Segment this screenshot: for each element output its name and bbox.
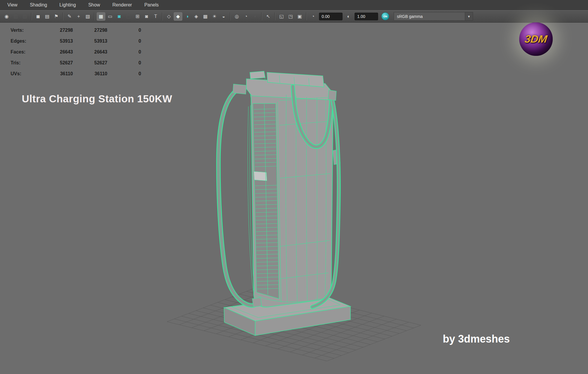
occlusion-icon[interactable]: ◎ [233, 12, 241, 21]
hud-value: 53913 [73, 39, 107, 44]
hud-value: 52627 [73, 60, 107, 66]
toolbar-separator [230, 12, 230, 20]
toolbar-separator [306, 12, 307, 20]
exposure-input[interactable] [319, 13, 343, 20]
motion-blur-icon[interactable]: ◔ [242, 12, 250, 21]
checker-display-icon[interactable]: ▩ [201, 12, 210, 21]
shaded-cube-icon[interactable]: ◆ [174, 12, 182, 21]
safe-action-icon[interactable]: ◙ [142, 12, 151, 21]
3dm-logo: 3DM [519, 22, 553, 56]
menu-view[interactable]: View [7, 2, 17, 8]
toolbar-separator [275, 12, 275, 20]
field-chart-icon[interactable]: ⊞ [133, 12, 142, 21]
hud-row: Tris:52627526270 [11, 57, 141, 68]
toolbar-separator [94, 12, 95, 20]
hud-value: 0 [107, 28, 141, 33]
menu-lighting[interactable]: Lighting [59, 2, 76, 8]
shadows-icon[interactable]: ◒ [219, 12, 228, 21]
hud-row: Edges:53913539130 [11, 36, 141, 46]
hud-value: 0 [107, 60, 141, 66]
menu-shading[interactable]: Shading [30, 2, 47, 8]
viewport-title-text: Ultra Charging Station 150KW [22, 93, 172, 105]
colorspace-select[interactable]: sRGB gamma▼ [394, 12, 473, 21]
unused-slot-b-icon: ▨ [21, 12, 29, 21]
menu-items: ViewShadingLightingShowRendererPanels [7, 2, 159, 8]
toolbar-separator [31, 12, 32, 20]
hud-value: 36110 [44, 71, 73, 76]
safe-title-icon[interactable]: T [151, 12, 160, 21]
hud-value: 53913 [44, 39, 73, 44]
hud-value: 52627 [44, 60, 73, 66]
pin-layout-icon[interactable]: ▣ [295, 12, 304, 21]
film-gate-icon[interactable]: ▭ [106, 12, 114, 21]
chevron-down-icon[interactable]: ▼ [465, 12, 473, 20]
material-cube-icon[interactable]: ◈ [192, 12, 201, 21]
hud-value: 0 [107, 49, 141, 55]
unused-slot-a-icon: ▨ [11, 12, 20, 21]
hud-value: 0 [107, 71, 141, 76]
colorspace-value: sRGB gamma [394, 14, 465, 19]
image-plane-icon[interactable]: ▧ [83, 12, 92, 21]
toolbar-separator [261, 12, 262, 20]
grid-toggle-icon[interactable]: ▦ [97, 12, 105, 21]
wireframe-cube-icon[interactable]: ◇ [165, 12, 173, 21]
vent-display-panel [254, 171, 267, 181]
copy-layout-icon[interactable]: ◱ [277, 12, 286, 21]
toolbar-separator [162, 12, 163, 20]
select-highlight-icon[interactable]: ↖ [264, 12, 273, 21]
3dm-logo-text: 3DM [524, 33, 548, 45]
hud-value: 27298 [73, 28, 107, 33]
menu-panels[interactable]: Panels [144, 2, 159, 8]
hud-label: Faces: [11, 49, 44, 55]
hud-label: Verts: [11, 28, 44, 33]
grease-pencil-icon[interactable]: ✎ [65, 12, 74, 21]
status-line-toolbar: ◉▨▨◼▤⚑✎+▧▦▭◙▢⊞◙T◇◆◑◈▩☀◒◎◔▪↖◱◳▣◔◐ONsRGB g… [0, 10, 588, 23]
paste-layout-icon[interactable]: ◳ [286, 12, 295, 21]
lights-icon[interactable]: ☀ [210, 12, 219, 21]
isolate-select-icon: ▪ [251, 12, 259, 21]
toolbar-separator [63, 12, 63, 20]
hud-value: 27298 [44, 28, 73, 33]
hud-label: UVs: [11, 71, 44, 76]
hud-row: Verts:27298272980 [11, 25, 141, 36]
hud-label: Edges: [11, 39, 44, 44]
exposure-icon[interactable]: ◔ [309, 12, 317, 21]
gamma-icon[interactable]: ◐ [344, 12, 353, 21]
camera-attributes-icon[interactable]: ▤ [43, 12, 51, 21]
menu-renderer[interactable]: Renderer [112, 2, 132, 8]
hud-row: Faces:26643266430 [11, 46, 141, 57]
gamma-input[interactable] [355, 13, 378, 20]
hud-value: 26643 [44, 49, 73, 55]
camera-bookmark-icon[interactable]: ⚑ [52, 12, 61, 21]
color-management-toggle[interactable]: ON [381, 12, 389, 20]
pan-zoom-icon[interactable]: + [74, 12, 83, 21]
hud-value: 26643 [73, 49, 107, 55]
show-manipulators-icon[interactable]: ◉ [2, 12, 11, 21]
select-camera-icon[interactable]: ◼ [34, 12, 42, 21]
charging-station-model[interactable] [218, 71, 350, 335]
hud-value: 0 [107, 39, 141, 44]
poly-count-hud: Verts:27298272980Edges:53913539130Faces:… [11, 25, 141, 79]
gate-mask-icon: ▢ [124, 12, 133, 21]
textured-cube-icon[interactable]: ◑ [183, 12, 191, 21]
menu-show[interactable]: Show [88, 2, 100, 8]
hud-value: 36110 [73, 71, 107, 76]
hud-row: UVs:36110361100 [11, 68, 141, 79]
resolution-gate-icon[interactable]: ◙ [115, 12, 123, 21]
menu-bar: ViewShadingLightingShowRendererPanels [0, 0, 588, 10]
hud-label: Tris: [11, 60, 44, 66]
credit-text: by 3dmeshes [443, 333, 510, 345]
